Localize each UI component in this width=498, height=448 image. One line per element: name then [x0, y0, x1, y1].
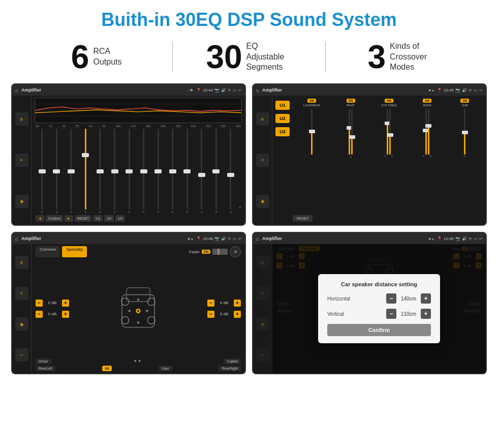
screen1-time: 10:44	[203, 88, 213, 93]
minus-fr[interactable]: −	[207, 300, 214, 307]
home-icon-2[interactable]: ⌂	[256, 87, 259, 93]
tab-specialty-3[interactable]: Specialty	[62, 246, 86, 257]
wave-icon-2[interactable]: ≈	[256, 154, 269, 167]
close-icon[interactable]: ✕	[228, 88, 231, 93]
freq-400: 400	[206, 125, 211, 128]
u2-selector[interactable]: U2	[275, 114, 290, 123]
reset-button-1[interactable]: RESET	[75, 215, 91, 222]
minus-rr[interactable]: −	[207, 311, 214, 318]
back-icon-4[interactable]: ↩	[479, 236, 483, 241]
u1-selector[interactable]: U1	[275, 101, 290, 110]
eq-icon-3[interactable]: ≡	[15, 256, 28, 269]
speaker-icon-2[interactable]: ◈	[256, 195, 269, 208]
slider-5[interactable]: 0	[94, 129, 107, 214]
back-icon-2[interactable]: ↩	[479, 88, 483, 93]
horizontal-minus[interactable]: −	[386, 293, 396, 304]
plus-fl[interactable]: +	[62, 300, 69, 307]
slider-11[interactable]: 0	[180, 129, 194, 214]
slider-9[interactable]: 0	[151, 129, 165, 214]
screen3-speaker: ⌂ Amplifier ■ ● 📍 10:46 📷 🔊 ✕ ▭ ↩ ≡ ≈ ◈ …	[11, 232, 246, 374]
slider-4[interactable]: 5	[79, 129, 92, 214]
horizontal-plus[interactable]: +	[421, 293, 431, 304]
slider-14[interactable]: -1	[224, 129, 237, 214]
stat-rca: 6 RCAOutputs	[20, 41, 172, 73]
screen1-body: ≡ ≈ ◈	[12, 96, 245, 225]
slider-3[interactable]: 0	[65, 129, 78, 214]
play-button[interactable]: ►	[65, 215, 73, 222]
loudness-on[interactable]: ON	[307, 99, 316, 103]
rearright-btn[interactable]: RearRight	[219, 366, 241, 371]
close-icon-2[interactable]: ✕	[469, 88, 472, 93]
eq-sliders: 0 0 0 5 0 0 0 0 0 0 0 -1 0 -1 »	[35, 129, 242, 214]
plus-fr[interactable]: +	[234, 300, 241, 307]
u2-button-1[interactable]: U2	[104, 215, 114, 222]
slider-13[interactable]: 0	[210, 129, 223, 214]
slider-10[interactable]: 0	[166, 129, 179, 214]
screen3-icons: 📍 10:46 📷 🔊 ✕ ▭ ↩	[196, 236, 242, 241]
vertical-value: 110cm	[398, 311, 419, 317]
all-btn[interactable]: All	[102, 366, 112, 371]
close-icon-4[interactable]: ✕	[469, 236, 472, 241]
confirm-button[interactable]: Confirm	[327, 324, 431, 336]
screen2-topbar: ⌂ Amplifier ■ ● 📍 10:45 📷 🔊 ✕ ▭ ↩	[253, 84, 486, 96]
tab-common-3[interactable]: Common	[36, 246, 60, 257]
user-btn-3[interactable]: User	[159, 366, 172, 371]
slider-1[interactable]: 0	[36, 129, 49, 214]
stat-crossover-number: 3	[368, 41, 386, 73]
sub-on[interactable]: ON	[460, 99, 469, 103]
cutfreq-on[interactable]: ON	[385, 99, 393, 103]
slider-2[interactable]: 0	[50, 129, 64, 214]
vertical-label: Vertical	[327, 311, 358, 317]
slider-6[interactable]: 0	[108, 129, 121, 214]
slider-7[interactable]: 0	[122, 129, 136, 214]
horizontal-stepper: − 140cm +	[386, 293, 431, 304]
stat-crossover: 3 Kinds ofCrossover Modes	[326, 41, 478, 73]
freq-500: 500	[221, 125, 226, 128]
minus-fl[interactable]: −	[36, 300, 43, 307]
u1-button-1[interactable]: U1	[93, 215, 103, 222]
plus-rl[interactable]: +	[62, 311, 69, 318]
dialog-title: Car speaker distance setting	[327, 281, 431, 287]
back-icon[interactable]: ↩	[238, 88, 242, 93]
minus-rl[interactable]: −	[36, 311, 43, 318]
bass-on[interactable]: ON	[423, 99, 431, 103]
close-icon-3[interactable]: ✕	[228, 236, 231, 241]
home-icon-3[interactable]: ⌂	[15, 236, 18, 242]
fader-on-badge[interactable]: ON	[202, 250, 210, 254]
camera-icon-3: 📷	[214, 236, 220, 241]
back-icon-3[interactable]: ↩	[238, 236, 242, 241]
phat-on[interactable]: ON	[347, 99, 355, 103]
vertical-minus[interactable]: −	[386, 309, 396, 319]
u3-button-1[interactable]: U3	[115, 215, 125, 222]
fader-label: Fader	[189, 250, 200, 254]
arrow-icon-3[interactable]: ↔	[15, 348, 28, 362]
screen1-icons: 📍 10:44 📷 🔊 ✕ ▭ ↩	[196, 88, 242, 93]
freq-250: 250	[176, 125, 181, 128]
more-icon[interactable]: »	[239, 205, 241, 214]
db-row-fl: − 0 dB +	[36, 300, 74, 307]
home-icon-4[interactable]: ⌂	[256, 236, 259, 242]
slider-8[interactable]: 0	[137, 129, 150, 214]
vertical-plus[interactable]: +	[421, 309, 431, 319]
wave-icon[interactable]: ≈	[15, 154, 28, 167]
reset-button-2[interactable]: RESET	[293, 215, 313, 222]
eq-icon[interactable]: ≡	[15, 112, 28, 126]
home-icon[interactable]: ⌂	[15, 87, 18, 93]
freq-63: 63	[89, 125, 92, 128]
slider-12[interactable]: -1	[195, 129, 208, 214]
speaker-icon-3[interactable]: ◈	[15, 317, 28, 331]
speaker-icon[interactable]: ◈	[15, 195, 28, 208]
wave-icon-3[interactable]: ≈	[15, 287, 28, 300]
eq-icon-2[interactable]: ≡	[256, 112, 269, 126]
plus-rr[interactable]: +	[234, 311, 241, 318]
horizontal-label: Horizontal	[327, 296, 358, 302]
u3-selector[interactable]: U3	[275, 127, 290, 136]
prev-button[interactable]: ◄	[36, 215, 44, 222]
screen2-icons: 📍 10:45 📷 🔊 ✕ ▭ ↩	[437, 88, 483, 93]
freq-50: 50	[76, 125, 79, 128]
freq-320: 320	[191, 125, 196, 128]
rearleft-btn[interactable]: RearLeft	[36, 366, 55, 371]
driver-btn[interactable]: Driver	[36, 359, 51, 364]
freq-80: 80	[102, 125, 106, 128]
copilot-btn[interactable]: Copilot	[224, 359, 241, 364]
